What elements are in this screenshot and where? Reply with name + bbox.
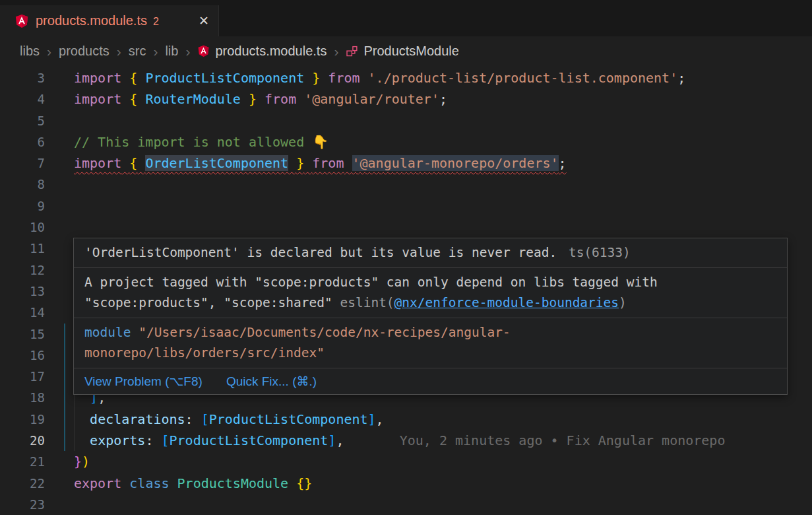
code-token xyxy=(304,155,312,171)
git-modified-gutter-indicator xyxy=(64,409,65,430)
code-token xyxy=(137,70,145,86)
error-hover-popup: 'OrderListComponent' is declared but its… xyxy=(73,238,788,395)
hover-source: eslint( xyxy=(332,295,394,310)
line-number: 12 xyxy=(0,259,45,281)
code-token: , xyxy=(376,411,384,427)
code-token: '@angular-monorepo/orders' xyxy=(352,155,559,171)
code-token: {} xyxy=(296,475,312,491)
code-token: [ xyxy=(201,411,209,427)
code-token: import xyxy=(74,91,121,107)
code-token xyxy=(121,155,129,171)
breadcrumb-item-lib[interactable]: lib xyxy=(165,44,178,59)
code-token: from xyxy=(312,155,344,171)
breadcrumb-label: src xyxy=(129,44,146,59)
module-path: "/Users/isaac/Documents/code/nx-recipes/… xyxy=(131,325,510,340)
code-line-20[interactable]: 20 exports: [ProductListComponent],You, … xyxy=(0,430,812,451)
breadcrumb: libs › products › src › lib › products.m… xyxy=(0,36,812,66)
git-modified-gutter-indicator xyxy=(64,366,65,387)
code-line-10[interactable]: 10 xyxy=(0,217,812,238)
code-text: // This import is not allowed 👇 xyxy=(74,131,812,153)
close-icon[interactable]: ✕ xyxy=(199,13,209,28)
code-line-8[interactable]: 8 xyxy=(0,174,812,195)
code-line-7[interactable]: 7import { OrderListComponent } from '@an… xyxy=(0,153,812,174)
line-number: 9 xyxy=(0,195,45,217)
code-token xyxy=(304,70,312,86)
line-number: 14 xyxy=(0,302,45,323)
breadcrumb-label: products xyxy=(59,44,109,59)
code-line-3[interactable]: 3import { ProductListComponent } from '.… xyxy=(0,67,812,88)
code-token xyxy=(121,91,129,107)
breadcrumb-label: libs xyxy=(20,44,40,59)
breadcrumb-label: lib xyxy=(165,44,178,59)
code-token: { xyxy=(129,70,137,86)
code-token xyxy=(170,475,177,491)
hover-ts-message: 'OrderListComponent' is declared but its… xyxy=(74,238,787,268)
eslint-rule-link[interactable]: @nx/enforce-module-boundaries xyxy=(394,295,619,310)
line-number: 8 xyxy=(0,174,45,195)
code-token: ProductsModule xyxy=(177,475,289,491)
code-token: from xyxy=(265,91,296,107)
code-token: 👇 xyxy=(312,134,328,150)
line-number: 10 xyxy=(0,217,45,238)
indent-guide xyxy=(74,409,75,430)
tab-title: products.module.ts xyxy=(36,13,147,28)
code-line-23[interactable]: 23 xyxy=(0,494,812,515)
view-problem-action[interactable]: View Problem (⌥F8) xyxy=(84,374,203,389)
code-token: ProductListComponent xyxy=(170,432,328,448)
code-token: declarations xyxy=(90,411,185,427)
code-token: ; xyxy=(439,91,447,107)
code-token: ] xyxy=(328,432,336,448)
line-number: 19 xyxy=(0,409,45,430)
line-number: 3 xyxy=(0,67,45,88)
line-number: 18 xyxy=(0,387,45,408)
code-line-19[interactable]: 19 declarations: [ProductListComponent], xyxy=(0,409,812,430)
git-modified-gutter-indicator xyxy=(64,345,65,366)
code-token xyxy=(360,70,368,86)
code-line-9[interactable]: 9 xyxy=(0,195,812,217)
code-text: declarations: [ProductListComponent], xyxy=(74,409,812,430)
code-text: export class ProductsModule {} xyxy=(74,473,812,494)
code-token: class xyxy=(129,475,169,491)
code-token: './product-list/product-list.component' xyxy=(368,70,678,86)
tab-products-module[interactable]: products.module.ts 2 ✕ xyxy=(0,5,219,36)
code-token xyxy=(288,155,296,171)
breadcrumb-item-src[interactable]: src xyxy=(129,44,146,59)
line-number: 22 xyxy=(0,473,45,494)
code-token xyxy=(74,432,90,448)
breadcrumb-item-symbol[interactable]: ProductsModule xyxy=(346,44,459,59)
code-token: // This import is not allowed xyxy=(74,134,312,150)
code-token: } xyxy=(249,91,257,107)
breadcrumb-item-libs[interactable]: libs xyxy=(20,44,40,59)
code-token: ; xyxy=(677,70,685,86)
code-line-4[interactable]: 4import { RouterModule } from '@angular/… xyxy=(0,88,812,110)
git-modified-gutter-indicator xyxy=(64,387,65,408)
code-token xyxy=(320,70,328,86)
code-token: ProductListComponent xyxy=(145,70,304,86)
breadcrumb-item-products[interactable]: products xyxy=(59,44,109,59)
code-token: import xyxy=(74,155,121,171)
hover-module-info: module "/Users/isaac/Documents/code/nx-r… xyxy=(74,318,787,368)
code-token: ; xyxy=(559,155,567,171)
angular-icon xyxy=(15,14,29,28)
breadcrumb-label: products.module.ts xyxy=(215,44,327,59)
code-line-6[interactable]: 6// This import is not allowed 👇 xyxy=(0,131,812,153)
code-line-5[interactable]: 5 xyxy=(0,110,812,131)
code-token: } xyxy=(74,454,82,469)
code-token: } xyxy=(296,155,304,171)
quick-fix-action[interactable]: Quick Fix... (⌘.) xyxy=(226,374,317,389)
breadcrumb-item-file[interactable]: products.module.ts xyxy=(197,44,327,59)
code-token: ) xyxy=(82,454,90,469)
code-line-22[interactable]: 22export class ProductsModule {} xyxy=(0,473,812,494)
git-modified-gutter-indicator xyxy=(64,430,65,451)
code-text: import { ProductListComponent } from './… xyxy=(74,67,812,88)
code-text: }) xyxy=(74,451,812,472)
code-text: exports: [ProductListComponent],You, 2 m… xyxy=(74,430,812,451)
code-token xyxy=(344,155,352,171)
chevron-right-icon: › xyxy=(153,44,158,58)
code-token: , xyxy=(336,432,344,448)
editor-pane[interactable]: 3import { ProductListComponent } from '.… xyxy=(0,66,812,515)
code-token xyxy=(241,91,249,107)
hover-status-bar: View Problem (⌥F8) Quick Fix... (⌘.) xyxy=(74,368,787,394)
code-line-21[interactable]: 21}) xyxy=(0,451,812,472)
line-number: 11 xyxy=(0,238,45,259)
